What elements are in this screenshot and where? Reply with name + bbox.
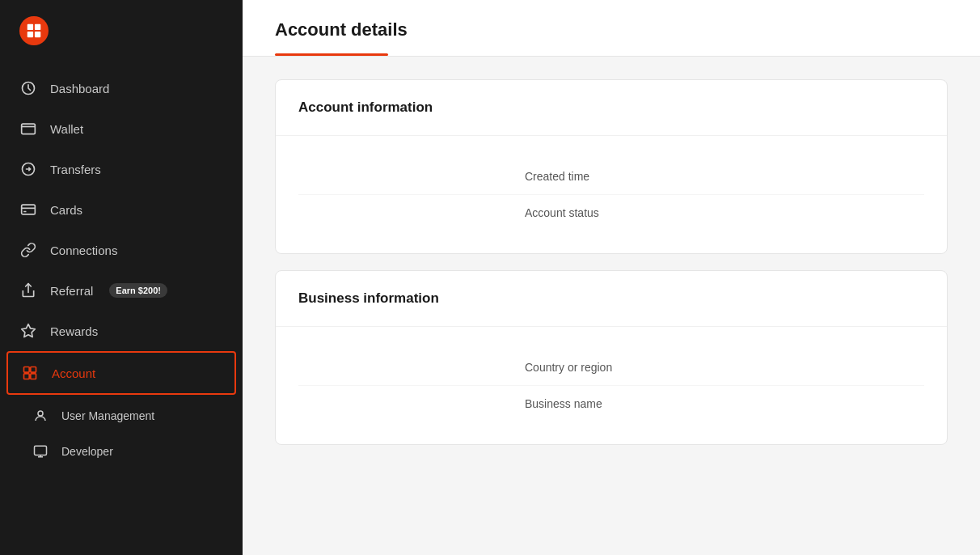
wallet-label: Wallet bbox=[50, 122, 83, 136]
business-name-row: Business name bbox=[298, 386, 924, 422]
sidebar-item-dashboard[interactable]: Dashboard bbox=[0, 68, 243, 108]
transfers-label: Transfers bbox=[50, 163, 101, 176]
account-info-card: Account information Created time Account… bbox=[275, 79, 948, 254]
svg-rect-14 bbox=[31, 374, 36, 379]
dashboard-label: Dashboard bbox=[50, 82, 109, 95]
sidebar-logo bbox=[0, 0, 243, 61]
sidebar-item-cards[interactable]: Cards bbox=[0, 189, 243, 230]
business-name-label: Business name bbox=[525, 397, 686, 410]
sidebar-item-transfers[interactable]: Transfers bbox=[0, 149, 243, 189]
business-info-title: Business information bbox=[298, 290, 924, 307]
business-info-card-header: Business information bbox=[276, 271, 947, 327]
svg-rect-0 bbox=[27, 24, 33, 30]
svg-rect-11 bbox=[24, 367, 30, 373]
rewards-label: Rewards bbox=[50, 324, 98, 338]
tab-active-underline bbox=[275, 53, 388, 56]
country-region-row: Country or region bbox=[298, 350, 924, 386]
created-time-row: Created time bbox=[298, 159, 924, 195]
sidebar-item-wallet[interactable]: Wallet bbox=[0, 108, 243, 149]
referral-icon bbox=[19, 282, 37, 299]
page-title: Account details bbox=[275, 19, 948, 40]
user-management-icon bbox=[32, 408, 49, 424]
sidebar-item-user-management[interactable]: User Management bbox=[0, 398, 243, 434]
account-status-label: Account status bbox=[525, 206, 686, 219]
sidebar-nav: Dashboard Wallet Transfers Cards bbox=[0, 61, 243, 555]
referral-badge: Earn $200! bbox=[109, 283, 167, 298]
page-header: Account details bbox=[243, 0, 980, 57]
sidebar-item-rewards[interactable]: Rewards bbox=[0, 311, 243, 351]
rewards-icon bbox=[19, 322, 37, 340]
dashboard-icon bbox=[19, 79, 37, 97]
country-region-label: Country or region bbox=[525, 361, 686, 374]
developer-label: Developer bbox=[61, 445, 113, 458]
connections-icon bbox=[19, 241, 37, 259]
wallet-icon bbox=[19, 120, 37, 138]
business-info-card: Business information Country or region B… bbox=[275, 270, 948, 445]
created-time-label: Created time bbox=[525, 170, 686, 183]
account-status-row: Account status bbox=[298, 195, 924, 231]
developer-icon bbox=[32, 443, 49, 460]
svg-rect-3 bbox=[35, 32, 40, 37]
account-info-card-body: Created time Account status bbox=[276, 136, 947, 253]
account-info-title: Account information bbox=[298, 100, 924, 116]
account-sub-nav: User Management Developer bbox=[0, 395, 243, 472]
account-icon bbox=[21, 364, 39, 382]
svg-rect-16 bbox=[35, 446, 47, 455]
svg-rect-7 bbox=[22, 205, 36, 214]
cards-icon bbox=[19, 201, 37, 218]
sidebar-item-referral[interactable]: Referral Earn $200! bbox=[0, 270, 243, 311]
svg-rect-13 bbox=[24, 374, 30, 379]
svg-marker-10 bbox=[22, 324, 36, 337]
svg-rect-1 bbox=[35, 24, 40, 30]
svg-point-15 bbox=[38, 411, 43, 416]
app-logo-icon bbox=[19, 16, 49, 45]
cards-label: Cards bbox=[50, 203, 82, 217]
sidebar: Dashboard Wallet Transfers Cards bbox=[0, 0, 243, 555]
content-area: Account information Created time Account… bbox=[243, 57, 980, 468]
svg-rect-8 bbox=[23, 211, 26, 213]
sidebar-item-connections[interactable]: Connections bbox=[0, 230, 243, 270]
transfers-icon bbox=[19, 160, 37, 178]
main-content: Account details Account information Crea… bbox=[243, 0, 980, 555]
account-info-card-header: Account information bbox=[276, 80, 947, 136]
user-management-label: User Management bbox=[61, 409, 154, 422]
connections-label: Connections bbox=[50, 244, 117, 257]
sidebar-item-account[interactable]: Account bbox=[6, 351, 236, 395]
business-info-card-body: Country or region Business name bbox=[276, 327, 947, 444]
svg-rect-5 bbox=[22, 124, 36, 134]
sidebar-item-developer[interactable]: Developer bbox=[0, 434, 243, 469]
referral-label: Referral bbox=[50, 284, 93, 298]
account-label: Account bbox=[52, 366, 95, 380]
svg-rect-2 bbox=[27, 32, 33, 37]
svg-rect-12 bbox=[31, 367, 36, 373]
